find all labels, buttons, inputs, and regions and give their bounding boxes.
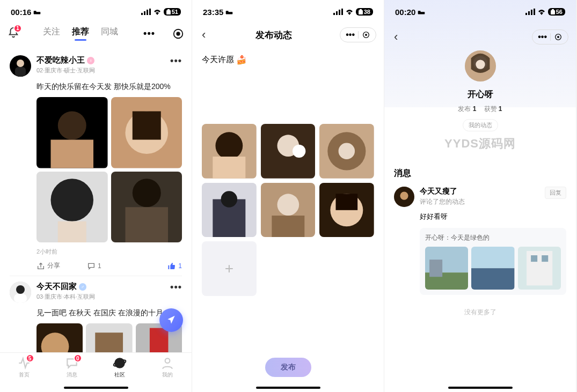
svg-rect-67 <box>525 13 527 15</box>
svg-rect-72 <box>551 10 555 14</box>
tabbar-msg[interactable]: 0 消息 <box>65 356 79 379</box>
tab-follow[interactable]: 关注 <box>43 26 60 41</box>
svg-point-48 <box>215 132 243 159</box>
post-image[interactable] <box>86 323 132 352</box>
bed-icon <box>418 8 425 17</box>
battery-badge: 56 <box>548 8 565 16</box>
status-bar: 23:35 38 <box>192 0 384 24</box>
tabbar-home-badge: 5 <box>26 354 34 363</box>
compose-image[interactable] <box>319 183 374 238</box>
status-time: 23:35 <box>203 8 223 17</box>
home-indicator <box>64 387 128 389</box>
more-icon: ••• <box>538 32 547 42</box>
svg-rect-42 <box>341 9 343 15</box>
avatar[interactable] <box>10 55 31 77</box>
post-username[interactable]: 不爱吃辣小王 <box>36 55 85 65</box>
more-button[interactable]: ••• <box>141 26 157 41</box>
avatar[interactable] <box>10 282 31 303</box>
like-button[interactable]: 1 <box>167 262 182 270</box>
page-title: 发布动态 <box>255 29 292 41</box>
notif-badge: 1 <box>13 24 22 33</box>
profile-pill[interactable]: 我的动态 <box>463 119 498 131</box>
post-more-button[interactable]: ••• <box>170 55 182 66</box>
post-image[interactable] <box>36 323 83 352</box>
svg-rect-71 <box>552 9 554 10</box>
status-bar: 00:20 56 <box>384 0 576 24</box>
titlebar-pill[interactable]: ••• <box>532 29 568 45</box>
quote-image[interactable] <box>518 247 561 290</box>
post-username[interactable]: 今天不回家 <box>36 282 77 292</box>
compose-image[interactable] <box>202 124 257 179</box>
tabbar-home[interactable]: 5 首页 <box>17 356 31 379</box>
svg-rect-27 <box>14 294 27 303</box>
svg-rect-6 <box>167 9 170 10</box>
quote-image[interactable] <box>471 247 514 290</box>
share-button[interactable]: 分享 <box>36 261 60 270</box>
svg-rect-31 <box>96 332 123 352</box>
svg-rect-41 <box>339 10 340 15</box>
svg-rect-3 <box>144 11 145 15</box>
svg-rect-39 <box>333 13 335 15</box>
post-more-button[interactable]: ••• <box>170 282 182 293</box>
svg-rect-43 <box>360 9 362 10</box>
titlebar-pill[interactable]: ••• <box>340 27 376 42</box>
svg-point-46 <box>366 34 367 36</box>
svg-point-36 <box>165 358 170 363</box>
compose-image[interactable] <box>319 124 374 179</box>
back-button[interactable]: ‹ <box>392 28 400 46</box>
compose-image[interactable] <box>261 124 316 179</box>
tabbar-msg-badge: 0 <box>74 354 82 363</box>
svg-rect-82 <box>429 260 442 277</box>
svg-point-55 <box>339 143 355 159</box>
svg-rect-38 <box>226 11 229 12</box>
reply-button[interactable]: 回复 <box>545 187 566 199</box>
wifi-icon <box>537 8 546 17</box>
tab-recommend[interactable]: 推荐 <box>72 26 89 41</box>
back-button[interactable]: ‹ <box>200 26 208 44</box>
svg-point-11 <box>17 60 24 67</box>
battery-badge: 51 <box>164 8 181 16</box>
tabbar-community[interactable]: 社区 <box>113 356 127 379</box>
svg-rect-40 <box>336 11 338 15</box>
post-image[interactable] <box>36 172 108 243</box>
svg-rect-2 <box>141 13 143 15</box>
home-indicator <box>448 387 513 389</box>
signal-icon <box>141 8 151 17</box>
screen-profile: 00:20 56 ‹ ••• <box>384 0 576 392</box>
svg-rect-87 <box>531 255 537 262</box>
bed-icon <box>225 8 233 17</box>
svg-rect-21 <box>58 221 86 242</box>
post-image[interactable] <box>111 97 182 168</box>
quoted-post[interactable]: 开心呀：今天是绿色的 <box>420 228 566 295</box>
quote-image[interactable] <box>425 247 468 290</box>
tabbar-mine[interactable]: 我的 <box>160 356 174 379</box>
notifications-button[interactable]: 1 <box>8 27 19 41</box>
svg-rect-15 <box>51 140 94 168</box>
message-avatar[interactable] <box>394 187 414 207</box>
svg-point-58 <box>221 191 237 207</box>
post-image[interactable] <box>36 97 108 168</box>
top-nav: 1 关注 推荐 同城 ••• <box>0 24 192 47</box>
status-time: 00:20 <box>395 8 415 17</box>
compose-fab[interactable] <box>159 308 183 332</box>
gender-female-icon: ♀ <box>87 57 94 64</box>
compose-image[interactable] <box>261 183 316 238</box>
svg-rect-83 <box>471 247 514 268</box>
svg-rect-33 <box>150 328 169 352</box>
message-username[interactable]: 今天又瘦了 <box>420 187 465 196</box>
tab-city[interactable]: 同城 <box>101 26 118 41</box>
compose-image[interactable] <box>202 183 257 238</box>
target-button[interactable] <box>172 28 184 40</box>
publish-button[interactable]: 发布 <box>265 358 311 377</box>
comment-button[interactable]: 1 <box>87 262 101 270</box>
svg-rect-12 <box>15 67 26 77</box>
post-image[interactable] <box>111 172 182 243</box>
svg-rect-5 <box>149 9 151 15</box>
svg-point-9 <box>177 32 180 35</box>
profile-avatar[interactable] <box>465 50 496 82</box>
svg-rect-88 <box>542 255 548 262</box>
svg-point-14 <box>58 112 86 140</box>
add-image-button[interactable]: + <box>202 241 257 296</box>
profile-name: 开心呀 <box>468 89 493 100</box>
compose-text[interactable]: 今天许愿 🍰 <box>202 55 374 65</box>
